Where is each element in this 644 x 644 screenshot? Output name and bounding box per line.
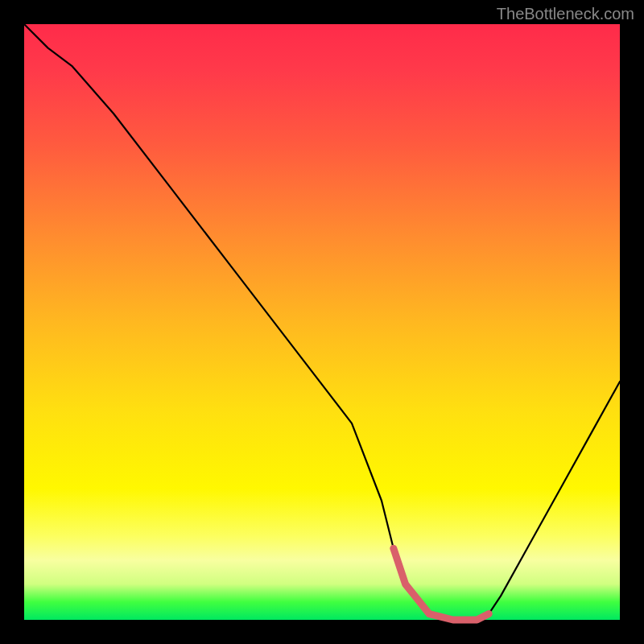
chart-plot-area	[24, 24, 620, 620]
bottleneck-curve	[24, 24, 620, 620]
watermark-text: TheBottleneck.com	[497, 5, 634, 23]
